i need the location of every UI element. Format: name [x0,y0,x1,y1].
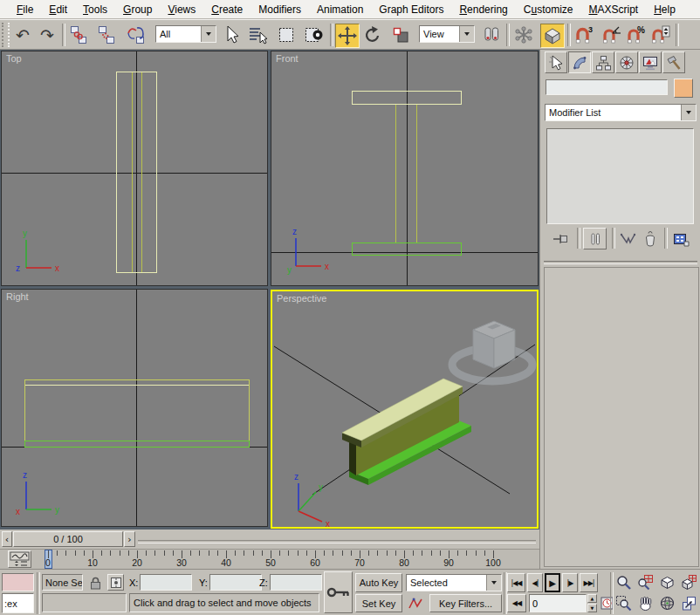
tab-hierarchy[interactable] [592,51,614,73]
absolute-offset-mode-toggle[interactable] [107,574,124,591]
viewport-top-label: Top [6,53,22,64]
rollout-area[interactable] [544,267,699,567]
selection-filter-dropdown[interactable]: All [155,25,216,43]
rectangular-selection-region-button[interactable] [275,24,298,46]
key-filter-arrow-button[interactable] [486,575,501,591]
select-and-link-button[interactable] [67,24,90,46]
select-and-rotate-button[interactable] [361,24,384,46]
set-keys-button[interactable] [324,571,353,613]
bind-to-space-warp-button[interactable] [125,24,148,46]
percent-snap-toggle-button[interactable]: % [625,24,648,46]
key-filters-button[interactable]: Key Filters... [429,594,502,612]
key-filter-scope-dropdown[interactable]: Selected [406,574,502,591]
spinner-down-button[interactable]: ▼ [587,604,597,612]
viewport-front-canvas: z x y [271,51,538,285]
angle-snap-toggle-button[interactable] [600,24,623,46]
time-slider-prev-button[interactable]: ‹ [2,531,12,547]
undo-button[interactable]: ↶ [11,24,34,46]
arc-rotate-button[interactable] [657,594,677,612]
menu-item-maxscript[interactable]: MAXScript [581,2,647,17]
use-pivot-point-center-button[interactable] [480,24,503,46]
default-in-out-tangents-button[interactable] [406,594,425,612]
tab-create[interactable] [545,51,567,73]
set-key-button[interactable]: Set Key [355,594,402,612]
select-and-scale-button[interactable] [389,24,412,46]
viewport-front[interactable]: Front z x y [271,51,539,286]
menu-item-group[interactable]: Group [115,2,160,17]
menu-item-graph-editors[interactable]: Graph Editors [371,2,451,17]
show-end-result-button[interactable] [583,228,607,249]
viewport-right[interactable]: Right z y x [1,289,268,527]
trackbar-ruler[interactable]: 0102030405060708090100 [0,550,539,570]
zoom-button[interactable] [614,573,634,591]
tab-display[interactable] [639,51,662,73]
time-slider-handle[interactable]: 0 / 100 [13,531,123,547]
x-coordinate-field[interactable] [140,574,192,591]
select-by-name-button[interactable] [246,24,269,46]
toolbar-drag-handle[interactable] [2,23,10,47]
modifier-list-dropdown[interactable]: Modifier List [545,104,697,121]
spinner-snap-toggle-button[interactable] [649,24,672,46]
tab-utilities[interactable] [662,51,685,73]
time-slider-next-button[interactable]: › [124,531,135,547]
selection-lock-toggle[interactable] [88,575,102,591]
menu-item-customize[interactable]: Customize [516,2,581,17]
menu-item-create[interactable]: Create [203,2,250,17]
pan-view-button[interactable] [635,594,655,612]
select-and-move-button[interactable] [335,24,360,48]
menu-item-rendering[interactable]: Rendering [451,2,515,17]
frame-spinner[interactable]: ▲ ▼ [587,594,597,612]
go-to-start-button[interactable]: |◀◀ [507,573,525,592]
keyboard-shortcut-override-toggle[interactable] [540,24,565,48]
selection-filter-arrow-button[interactable] [201,26,216,42]
menu-item-modifiers[interactable]: Modifiers [250,2,309,17]
configure-modifier-sets-button[interactable] [669,229,692,248]
go-to-end-button[interactable]: ▶▶| [580,573,598,592]
statusbar-splitter[interactable] [37,572,40,614]
redo-button[interactable]: ↷ [36,24,58,46]
next-frame-button[interactable]: |▶ [562,573,578,592]
maximize-viewport-toggle-button[interactable] [679,594,699,612]
y-coordinate-field[interactable] [209,574,262,591]
select-object-button[interactable] [220,24,243,46]
modifier-list-arrow-button[interactable] [681,105,696,120]
spinner-up-button[interactable]: ▲ [587,594,597,603]
play-animation-button[interactable]: ▶ [545,573,560,592]
macro-recorder-pane[interactable] [2,573,34,591]
tab-modify[interactable] [568,51,591,73]
coordinate-system-arrow-button[interactable] [459,26,474,42]
remove-modifier-button[interactable] [640,229,661,248]
previous-frame-button[interactable]: ◀| [527,573,543,592]
region-zoom-button[interactable] [614,594,634,612]
object-color-swatch[interactable] [674,79,693,98]
maxscript-mini-listener[interactable]: :ex [2,593,34,613]
modifier-stack-list[interactable] [546,128,694,224]
object-name-field[interactable] [546,79,668,95]
z-coordinate-field[interactable] [270,574,322,591]
auto-key-button[interactable]: Auto Key [355,573,402,592]
snaps-toggle-3d-button[interactable]: 3 [573,24,595,46]
unlink-selection-button[interactable] [95,24,118,46]
menu-item-edit[interactable]: Edit [41,2,75,17]
menu-item-file[interactable]: File [9,2,41,17]
zoom-extents-all-button[interactable] [679,573,699,591]
make-unique-button[interactable] [617,229,638,248]
viewport-top[interactable]: Top y x z [1,51,268,286]
chevron-down-icon [464,32,470,38]
select-and-manipulate-button[interactable] [512,24,535,46]
menu-item-help[interactable]: Help [646,2,683,17]
menu-item-animation[interactable]: Animation [309,2,371,17]
window-crossing-toggle-button[interactable] [303,24,326,46]
region-zoom-icon [615,595,632,612]
zoom-extents-button[interactable] [657,573,677,591]
current-frame-field[interactable] [529,594,587,612]
menu-item-views[interactable]: Views [160,2,203,17]
time-slider-track[interactable] [138,540,536,543]
tab-motion[interactable] [615,51,638,73]
reference-coordinate-system-dropdown[interactable]: View [419,25,475,43]
key-mode-toggle-button[interactable]: ◀◀ [507,594,526,612]
menu-item-tools[interactable]: Tools [75,2,115,17]
viewport-perspective[interactable]: Perspective [271,290,539,529]
zoom-all-button[interactable] [635,573,655,591]
pin-stack-button[interactable] [549,229,572,248]
